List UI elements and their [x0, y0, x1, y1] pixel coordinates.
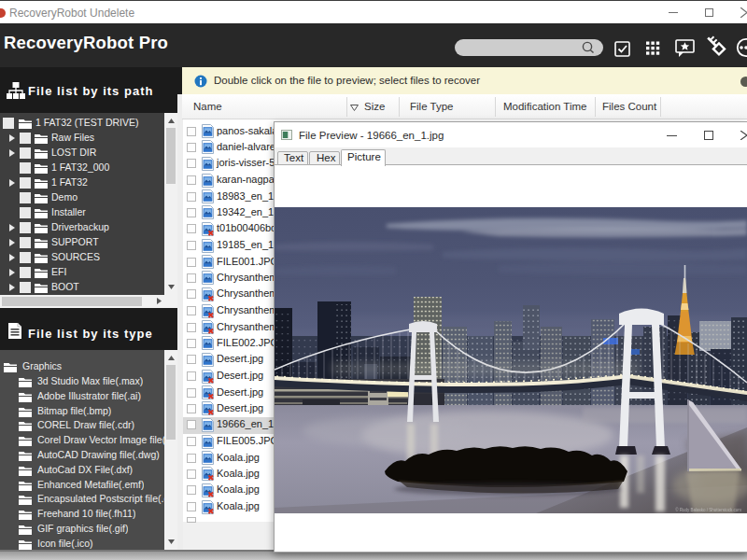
- svg-text:© Rudy Balasko / Shutterstock.: © Rudy Balasko / Shutterstock.com: [675, 507, 741, 512]
